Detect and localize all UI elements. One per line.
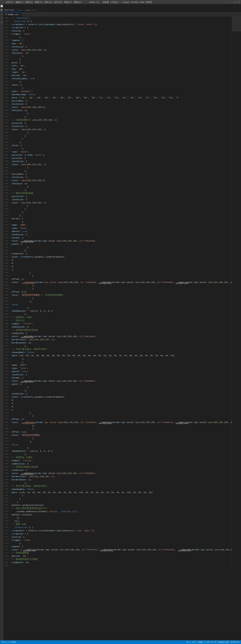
code-line-378[interactable]: normal: { — [12, 236, 232, 239]
code-line-376[interactable]: smooth: true, — [12, 230, 232, 233]
code-line-480[interactable]: itemWidth: 10, — [12, 561, 232, 564]
git-icon[interactable]: ⑂ — [0, 13, 3, 16]
code-line-385[interactable]: 0, — [12, 258, 232, 262]
code-line-425[interactable]: } — [12, 386, 232, 389]
code-line-336[interactable]: textStyle: { — [12, 102, 232, 106]
code-line-320[interactable]: fontSize: '12' — [12, 52, 232, 55]
code-line-339[interactable]: } — [12, 112, 232, 115]
code-line-410[interactable]: borderColor: rgba(221,220,107,.1), — [12, 338, 232, 341]
code-line-463[interactable]: // 如何让图表跟随屏幕自适应大小 — [12, 507, 232, 510]
code-line-412[interactable]: }, — [12, 344, 232, 348]
code-line-416[interactable]: }, — [12, 357, 232, 360]
code-line-418[interactable]: name: '应手', — [12, 364, 232, 367]
code-line-359[interactable]: textStyle: { — [12, 176, 232, 179]
code-line-380[interactable]: width: 2 — [12, 242, 232, 246]
code-line-333[interactable]: boundaryGap: false, — [12, 93, 232, 96]
code-line-449[interactable]: symbolSize: 5, — [12, 462, 232, 465]
code-line-355[interactable]: color: rgba(255,255,255,.1) — [12, 163, 232, 166]
code-line-368[interactable]: } — [12, 204, 232, 208]
code-line-428[interactable]: color: new echarts.graphic.LinearGradien… — [12, 395, 232, 398]
tab-index-js[interactable]: JS index.js ✕ — [3, 12, 21, 16]
code-line-324[interactable]: left: '10', — [12, 64, 232, 68]
code-line-390[interactable]: { — [12, 274, 232, 278]
menu-view[interactable]: 查看(V) — [35, 1, 43, 4]
code-line-329[interactable]: }, — [12, 80, 232, 83]
code-line-391[interactable]: offset: 0, — [12, 278, 232, 281]
code-line-371[interactable]: ], — [12, 214, 232, 217]
code-line-319[interactable]: color: rgba(255,255,255,.5), — [12, 48, 232, 52]
code-line-478[interactable]: bottom: '0%', — [12, 554, 232, 558]
code-line-474[interactable]: }, — [12, 542, 232, 545]
code-line-432[interactable]: 1, — [12, 408, 232, 411]
code-line-309[interactable]: // (function() — [12, 16, 232, 20]
search-icon[interactable]: 🔍 — [0, 9, 3, 12]
code-line-409[interactable]: color: background:#0184d5;border:1px sol… — [12, 335, 232, 338]
code-line-322[interactable]: }, — [12, 58, 232, 61]
code-line-415[interactable]: data: [30, 40, 30, 40, 30, 40, 30, 60, 2… — [12, 354, 232, 357]
code-line-441[interactable]: } — [12, 437, 232, 440]
code-line-464[interactable]: window.addEventListener('resize', functi… — [12, 510, 232, 513]
code-line-337[interactable]: color: rgba(255,255,255,0), — [12, 106, 232, 109]
code-line-423[interactable]: color: background:#00d887;border:1px sol… — [12, 380, 232, 382]
code-line-414[interactable]: showSymbol: false, — [12, 351, 232, 354]
code-line-411[interactable]: borderWidth: 12 — [12, 341, 232, 344]
code-line-471[interactable]: var option = { — [12, 532, 232, 536]
code-line-348[interactable]: ], — [12, 141, 232, 144]
code-line-470[interactable]: var myChart = echarts.init(document.quer… — [12, 529, 232, 532]
menu-goto[interactable]: 转到(G) — [44, 1, 52, 4]
code-line-382[interactable]: }, — [12, 249, 232, 252]
code-line-386[interactable]: 0, — [12, 262, 232, 265]
code-line-389[interactable]: [ — [12, 271, 232, 274]
code-line-392[interactable]: color: 'background:#0d3a84;border:1px so… — [12, 281, 232, 284]
menu-file[interactable]: 文件(F) — [6, 1, 14, 4]
code-line-315[interactable]: }, — [12, 36, 232, 39]
code-line-388[interactable]: 1, — [12, 268, 232, 271]
code-editor[interactable]: // (function() (function () { var myChar… — [10, 16, 232, 567]
code-line-384[interactable]: color: new echarts.graphic.LinearGradien… — [12, 255, 232, 258]
code-line-314[interactable]: trigger: 'axis' — [12, 32, 232, 36]
code-line-374[interactable]: name: '传奇', — [12, 224, 232, 226]
code-line-381[interactable]: } — [12, 246, 232, 249]
code-line-395[interactable]: offset: 0.8, — [12, 290, 232, 294]
code-line-417[interactable]: { — [12, 360, 232, 364]
extensions-icon[interactable]: ⊞ — [0, 21, 3, 24]
code-line-466[interactable]: }) — [12, 516, 232, 520]
code-line-461[interactable]: } — [12, 500, 232, 504]
code-line-377[interactable]: lineStyle: { — [12, 233, 232, 236]
code-line-403[interactable]: // 设置拐点 小圆点 — [12, 316, 232, 319]
code-line-357[interactable]: }, — [12, 169, 232, 172]
code-line-335[interactable]: axisLabel: { — [12, 99, 232, 102]
code-line-393[interactable]: }, — [12, 284, 232, 287]
code-line-317[interactable]: top: '0%', — [12, 42, 232, 45]
code-line-467[interactable]: })() — [12, 520, 232, 523]
menu-select[interactable]: 选择(S) — [25, 1, 33, 4]
code-line-396[interactable]: color: '渐变色的结束颜色' // 渐变色的结束颜色 — [12, 294, 232, 297]
code-line-435[interactable]: offset: 0, — [12, 418, 232, 421]
code-line-433[interactable]: [ — [12, 411, 232, 414]
code-line-327[interactable]: bottom: '10', — [12, 74, 232, 77]
code-line-446[interactable]: }, — [12, 452, 232, 456]
code-line-456[interactable]: // 开始不显示圆点，鼠标经过显示 — [12, 484, 232, 488]
code-line-442[interactable]: ], — [12, 440, 232, 443]
code-line-404[interactable]: // 去掉小点 — [12, 319, 232, 322]
code-line-345[interactable]: } — [12, 131, 232, 134]
code-line-401[interactable]: shadowColor: 'rgba(0, 0, 0, 0.1)' — [12, 309, 232, 312]
code-line-310[interactable]: (function () { — [12, 20, 232, 23]
code-line-352[interactable]: axisTick: { show: false }, — [12, 153, 232, 156]
code-line-311[interactable]: var myChart = echarts.init(document.quer… — [12, 23, 232, 26]
title-bar-menu[interactable]: 文件(F) 编辑(E) 选择(S) 查看(V) 转到(G) 运行(R) 终端(T… — [6, 1, 82, 4]
code-line-353[interactable]: axisLine: { — [12, 156, 232, 160]
code-line-477[interactable]: // 英雄联盟数据 — [12, 551, 232, 554]
debug-icon[interactable]: ▷ — [0, 17, 3, 20]
code-line-460[interactable]: ] — [12, 497, 232, 500]
code-line-421[interactable]: lineStyle: { — [12, 373, 232, 376]
code-line-338[interactable]: fontSize: 12 — [12, 109, 232, 112]
code-line-398[interactable]: ], — [12, 300, 232, 303]
code-line-408[interactable]: itemStyle: { — [12, 332, 232, 335]
code-line-346[interactable]: } — [12, 134, 232, 138]
code-line-321[interactable]: } — [12, 55, 232, 58]
code-line-468[interactable]: // 饼图 左端 — [12, 523, 232, 526]
code-line-325[interactable]: top: '30', — [12, 68, 232, 70]
code-line-364[interactable]: // 修改分割线的颜色 — [12, 192, 232, 195]
menu-edit[interactable]: 编辑(E) — [16, 1, 24, 4]
